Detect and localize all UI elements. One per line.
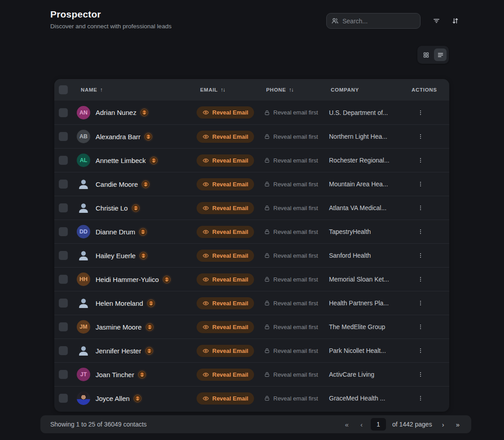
kebab-menu-icon (417, 157, 424, 163)
reveal-email-button[interactable]: Reveal Email (197, 297, 254, 309)
avatar (77, 201, 90, 215)
company-name: GraceMed Health ... (329, 395, 385, 402)
row-checkbox[interactable] (59, 346, 68, 355)
kebab-menu-icon (417, 371, 424, 378)
credit-coin-icon (132, 204, 140, 212)
select-all-checkbox[interactable] (59, 85, 68, 94)
phone-locked-label: Reveal email first (273, 348, 318, 354)
eye-icon (202, 181, 209, 188)
phone-locked-label: Reveal email first (273, 324, 318, 330)
grid-view-button[interactable] (420, 48, 432, 61)
row-checkbox[interactable] (59, 156, 68, 165)
first-page-button[interactable]: « (342, 419, 352, 430)
page-title: Prospector (50, 9, 171, 20)
phone-locked-label: Reveal email first (273, 157, 318, 164)
row-checkbox[interactable] (59, 299, 68, 308)
column-header-email[interactable]: EMAIL ↑↓ (197, 87, 263, 93)
row-checkbox[interactable] (59, 394, 68, 403)
row-checkbox[interactable] (59, 370, 68, 379)
row-checkbox[interactable] (59, 227, 68, 236)
table-row: Christie Lo Reveal Email (54, 196, 449, 220)
reveal-email-button[interactable]: Reveal Email (197, 106, 254, 119)
contact-name: Dianne Drum (96, 228, 135, 236)
page-header: Prospector Discover and connect with pro… (50, 9, 171, 30)
contact-name: Joyce Allen (96, 395, 130, 402)
sort-both-icon: ↑↓ (289, 87, 293, 93)
next-page-button[interactable]: › (438, 419, 448, 430)
contact-name: Joan Tincher (96, 371, 134, 378)
column-header-phone[interactable]: PHONE ↑↓ (263, 87, 329, 93)
row-menu-button[interactable] (415, 131, 426, 142)
table-row: Jennifer Hester Reveal Email (54, 339, 449, 362)
row-checkbox[interactable] (59, 108, 68, 117)
row-menu-button[interactable] (415, 297, 426, 309)
row-checkbox[interactable] (59, 275, 68, 284)
contact-name: Christie Lo (96, 204, 128, 212)
lock-icon (264, 252, 270, 259)
credit-coin-icon (150, 157, 158, 164)
reveal-email-label: Reveal Email (212, 252, 248, 259)
reveal-email-button[interactable]: Reveal Email (197, 273, 254, 286)
page-input[interactable] (371, 418, 386, 431)
column-header-name[interactable]: NAME ↑ (77, 87, 197, 93)
phone-locked-label: Reveal email first (273, 181, 318, 188)
phone-locked-label: Reveal email first (273, 276, 318, 283)
company-name: Health Partners Pla... (329, 299, 389, 307)
kebab-menu-icon (417, 133, 424, 140)
reveal-email-button[interactable]: Reveal Email (197, 131, 254, 143)
row-menu-button[interactable] (415, 202, 426, 214)
eye-icon (202, 371, 209, 378)
row-menu-button[interactable] (415, 154, 426, 166)
reveal-email-label: Reveal Email (212, 348, 248, 354)
reveal-email-button[interactable]: Reveal Email (197, 345, 254, 357)
company-name: ActivCare Living (329, 371, 374, 378)
row-checkbox[interactable] (59, 322, 68, 331)
contact-name: Alexandra Barr (96, 133, 140, 141)
credit-coin-icon (140, 252, 147, 260)
last-page-button[interactable]: » (452, 419, 463, 430)
row-menu-button[interactable] (415, 345, 426, 356)
row-menu-button[interactable] (415, 178, 426, 190)
avatar (77, 344, 90, 357)
kebab-menu-icon (417, 205, 424, 211)
reveal-email-button[interactable]: Reveal Email (197, 202, 254, 214)
contact-name: Annette Limbeck (96, 157, 146, 164)
list-view-button[interactable] (434, 48, 447, 61)
page-subtitle: Discover and connect with professional l… (50, 23, 171, 30)
reveal-email-button[interactable]: Reveal Email (197, 226, 254, 238)
lock-icon (264, 229, 270, 235)
search-input[interactable] (342, 18, 424, 25)
reveal-email-label: Reveal Email (212, 395, 248, 402)
reveal-email-button[interactable]: Reveal Email (197, 369, 254, 381)
reveal-email-button[interactable]: Reveal Email (197, 321, 254, 333)
row-menu-button[interactable] (415, 250, 426, 261)
row-menu-button[interactable] (415, 107, 426, 119)
eye-icon (202, 157, 209, 164)
credit-coin-icon (138, 371, 146, 378)
row-checkbox[interactable] (59, 203, 68, 212)
row-checkbox[interactable] (59, 180, 68, 189)
lock-icon (264, 157, 270, 163)
reveal-email-button[interactable]: Reveal Email (197, 154, 254, 167)
reveal-email-button[interactable]: Reveal Email (197, 250, 254, 262)
prev-page-button[interactable]: ‹ (357, 419, 366, 430)
row-menu-button[interactable] (415, 273, 426, 285)
row-menu-button[interactable] (415, 392, 426, 404)
row-checkbox[interactable] (59, 132, 68, 141)
row-menu-button[interactable] (415, 321, 426, 333)
column-header-actions: ACTIONS (410, 87, 449, 92)
kebab-menu-icon (417, 395, 424, 401)
table-row: JT Joan Tincher Reveal Email (54, 362, 449, 386)
reveal-email-button[interactable]: Reveal Email (197, 392, 254, 405)
filter-button[interactable] (429, 13, 444, 29)
avatar: AL (77, 154, 90, 167)
table-row: Helen Moreland Reveal Email (54, 291, 449, 315)
avatar: JT (77, 368, 90, 381)
reveal-email-button[interactable]: Reveal Email (197, 178, 254, 190)
avatar: HH (77, 273, 90, 286)
search-box[interactable] (326, 13, 421, 29)
row-menu-button[interactable] (415, 226, 426, 238)
row-menu-button[interactable] (415, 369, 426, 380)
sort-button[interactable] (447, 13, 463, 29)
row-checkbox[interactable] (59, 251, 68, 260)
